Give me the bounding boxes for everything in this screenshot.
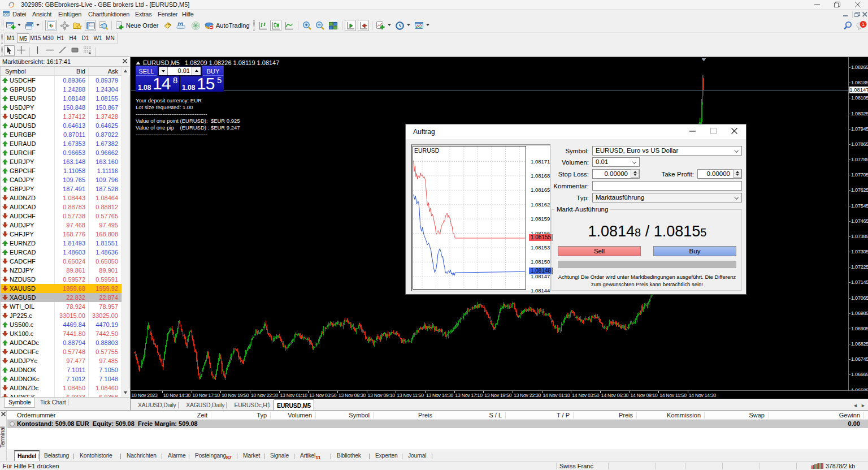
market-watch-row-jp225.c[interactable]: JP225.c33015.0033025.00: [1, 311, 123, 320]
terminal-tab-handel[interactable]: Handel: [14, 450, 40, 462]
window-restore-button[interactable]: [828, 0, 845, 9]
market-watch-close-icon[interactable]: [123, 58, 127, 64]
market-watch-row-usdchf[interactable]: USDCHF0.893660.89379: [1, 76, 123, 85]
terminal-column-zeit[interactable]: Zeit: [140, 412, 207, 419]
menu-item-fenster[interactable]: Fenster: [158, 11, 177, 18]
mdi-restore-button[interactable]: [853, 11, 861, 18]
terminal-tab-signale[interactable]: Signale: [267, 451, 292, 462]
market-watch-row-cadchf[interactable]: CADCHF0.650240.65050: [1, 257, 123, 266]
market-watch-row-nzdjpy[interactable]: NZDJPY89.86189.901: [1, 266, 123, 275]
cursor-tool-button[interactable]: [4, 45, 15, 56]
new-order-label[interactable]: Neue Order: [126, 22, 158, 29]
market-watch-row-audnokc[interactable]: AUDNOKc7.10127.1048: [1, 374, 123, 383]
timeframe-h1[interactable]: H1: [54, 33, 67, 43]
volume-combobox[interactable]: 0.01: [592, 157, 640, 167]
terminal-toggle-button[interactable]: [85, 20, 96, 31]
chart-tabs-right-icon[interactable]: ►: [861, 403, 866, 408]
scroll-down-icon[interactable]: [122, 389, 129, 397]
market-watch-row-euraud[interactable]: EURAUD1.673531.67382: [1, 139, 123, 148]
terminal-column-s-l[interactable]: S / L: [434, 412, 502, 419]
search-button[interactable]: [842, 20, 853, 31]
menu-item-ansicht[interactable]: Ansicht: [32, 11, 51, 18]
takeprofit-spinner-icon[interactable]: [733, 169, 741, 178]
menu-item-extras[interactable]: Extras: [135, 11, 151, 18]
autotrading-label[interactable]: AutoTrading: [216, 22, 250, 29]
market-watch-row-audjpyc[interactable]: AUDJPYc97.47797.485: [1, 356, 123, 365]
terminal-column-t-p[interactable]: T / P: [502, 412, 570, 419]
mdi-minimize-button[interactable]: [842, 11, 849, 18]
market-watch-row-eurusd[interactable]: EURUSD1.081481.08155: [1, 94, 123, 103]
trendline-tool-button[interactable]: [58, 45, 68, 56]
volume-value[interactable]: 0.01: [178, 67, 190, 74]
market-watch-row-uk100.c[interactable]: UK100.c7441.807442.50: [1, 329, 123, 338]
market-watch-row-gbpusd[interactable]: GBPUSD1.242881.24304: [1, 85, 123, 94]
market-watch-row-gbpchf[interactable]: GBPCHF1.110581.11116: [1, 166, 123, 175]
new-chart-button[interactable]: [5, 20, 16, 31]
market-watch-row-eurnzd[interactable]: EURNZD1.814931.81551: [1, 239, 123, 248]
chart-tabs-left-icon[interactable]: ◄: [853, 403, 858, 408]
metaeditor-button[interactable]: [162, 20, 173, 31]
timeframe-w1[interactable]: W1: [92, 33, 104, 43]
terminal-column-kommission[interactable]: Kommission: [633, 412, 701, 419]
chart-bars-button[interactable]: [257, 20, 268, 31]
terminal-tab-nachrichten[interactable]: Nachrichten: [124, 451, 159, 462]
timeframe-m1[interactable]: M1: [5, 33, 17, 43]
terminal-tab-market[interactable]: Market: [240, 451, 263, 462]
market-watch-row-audcadc[interactable]: AUDCADc0.887940.88803: [1, 338, 123, 347]
dialog-close-button[interactable]: [730, 128, 738, 136]
market-watch-row-eurgbp[interactable]: EURGBP0.870110.87022: [1, 130, 123, 139]
chart-line-button[interactable]: [283, 20, 294, 31]
buy-button[interactable]: Buy: [653, 246, 736, 256]
chart-tab-eurusd-m5[interactable]: EURUSD,M5: [274, 399, 314, 410]
navigator-button[interactable]: [72, 20, 83, 31]
indicators-button[interactable]: [375, 20, 386, 31]
column-ask[interactable]: Ask: [108, 68, 118, 75]
market-watch-toggle-button[interactable]: [45, 20, 57, 31]
periods-button[interactable]: [394, 20, 405, 31]
market-watch-scrollbar[interactable]: [121, 67, 129, 398]
terminal-column-symbol[interactable]: Symbol: [302, 412, 370, 419]
new-chart-dropdown-arrow[interactable]: [18, 24, 21, 26]
market-watch-row-xagusd[interactable]: XAGUSD22.83222.874: [1, 293, 123, 302]
market-watch-row-eurcad[interactable]: EURCAD1.486031.48636: [1, 248, 123, 257]
market-watch-row-wti_oil[interactable]: WTI_OIL78.92478.957: [1, 302, 123, 311]
timeframe-h4[interactable]: H4: [67, 33, 79, 43]
market-watch-row-chfjpy[interactable]: CHFJPY168.776168.808: [1, 230, 123, 239]
notifications-button[interactable]: 1: [854, 20, 866, 31]
market-watch-row-xauusd[interactable]: XAUUSD1959.681959.92: [1, 284, 123, 293]
timeframe-m30[interactable]: M30: [42, 33, 54, 43]
stoploss-input[interactable]: 0.00000: [592, 169, 640, 179]
terminal-balance-row[interactable]: Kontostand: 509.08 EUR Equity: 509.08 Fr…: [7, 420, 868, 428]
equidistant-channel-tool-button[interactable]: [70, 45, 81, 56]
profiles-button[interactable]: [24, 20, 35, 31]
profiles-dropdown-arrow[interactable]: [36, 24, 40, 26]
timeframe-d1[interactable]: D1: [79, 33, 92, 43]
horizontal-line-tool-button[interactable]: [45, 45, 56, 56]
tab-symbole[interactable]: Symbole: [4, 398, 35, 408]
market-watch-row-usdjpy[interactable]: USDJPY150.848150.867: [1, 103, 123, 112]
market-watch-row-cadjpy[interactable]: CADJPY109.765109.796: [1, 175, 123, 184]
chart-tab-eurusdc-h1[interactable]: EURUSDc,H1: [231, 400, 273, 411]
terminal-tab-journal[interactable]: Journal: [405, 451, 429, 462]
vertical-line-tool-button[interactable]: [33, 45, 44, 56]
chart-system-menu-icon[interactable]: [3, 10, 10, 18]
terminal-column-preis[interactable]: Preis: [364, 412, 432, 419]
strategy-tester-button[interactable]: [98, 20, 109, 31]
menu-item-hilfe[interactable]: Hilfe: [182, 11, 194, 18]
market-watch-row-audchfc[interactable]: AUDCHFc0.577480.57755: [1, 347, 123, 356]
data-window-button[interactable]: [59, 20, 70, 31]
tab-tick-chart[interactable]: Tick Chart: [36, 398, 70, 408]
market-watch-row-audcad[interactable]: AUDCAD0.887830.88812: [1, 202, 123, 212]
autotrading-button[interactable]: [203, 20, 215, 31]
market-watch-row-nzdusd[interactable]: NZDUSD0.595720.59591: [1, 275, 123, 284]
market-watch-row-audchf[interactable]: AUDCHF0.577380.57765: [1, 212, 123, 221]
terminal-tab-experten[interactable]: Experten: [372, 451, 401, 462]
window-close-button[interactable]: [849, 0, 866, 9]
market-watch-row-audusd[interactable]: AUDUSD0.646130.64625: [1, 121, 123, 130]
templates-button[interactable]: [413, 20, 424, 31]
zoom-out-button[interactable]: [314, 20, 326, 31]
menu-item-chartfunktionen[interactable]: Chartfunktionen: [88, 11, 129, 18]
chart-time-axis[interactable]: 10 Nov 202310 Nov 14:3010 Nov 17:1010 No…: [131, 390, 868, 399]
column-symbol[interactable]: Symbol: [5, 68, 26, 75]
crosshair-tool-button[interactable]: [16, 45, 27, 56]
